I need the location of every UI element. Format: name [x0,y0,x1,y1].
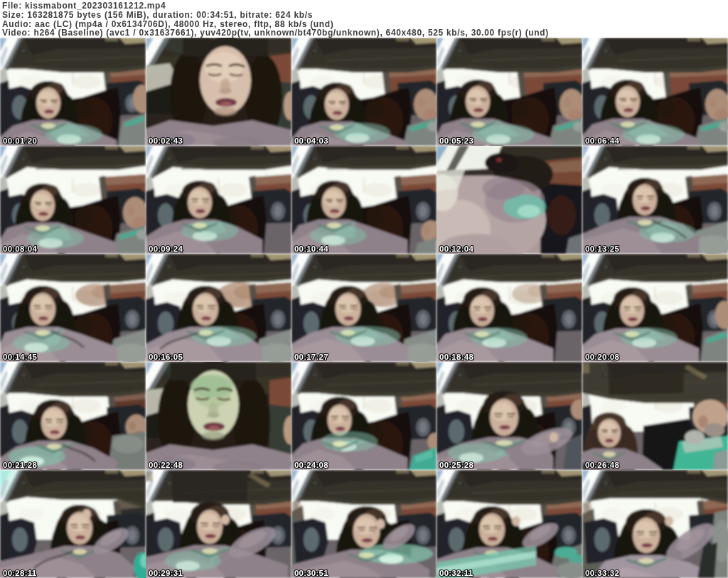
svg-text:00:09:24: 00:09:24 [149,245,183,253]
svg-text:00:32:11: 00:32:11 [439,569,473,577]
svg-text:00:13:25: 00:13:25 [585,245,619,253]
svg-text:00:26:48: 00:26:48 [585,461,619,469]
svg-text:File: kissmabont_202303161212.: File: kissmabont_202303161212.mp4 [2,1,166,11]
svg-text:00:24:08: 00:24:08 [294,461,328,469]
svg-text:Size: 163281875 bytes (156 MiB: Size: 163281875 bytes (156 MiB), duratio… [2,10,313,20]
svg-text:00:04:03: 00:04:03 [294,137,328,145]
svg-text:00:22:48: 00:22:48 [149,461,183,469]
svg-text:00:25:28: 00:25:28 [439,461,473,469]
svg-text:00:05:23: 00:05:23 [439,137,473,145]
svg-text:00:12:04: 00:12:04 [439,245,473,253]
svg-text:00:08:04: 00:08:04 [3,245,37,253]
svg-text:00:21:28: 00:21:28 [3,461,37,469]
svg-text:00:30:51: 00:30:51 [294,569,328,577]
svg-text:00:14:45: 00:14:45 [3,353,37,361]
svg-text:00:20:08: 00:20:08 [585,353,619,361]
svg-text:00:17:27: 00:17:27 [294,353,328,361]
svg-text:Video: h264 (Baseline) (avc1 /: Video: h264 (Baseline) (avc1 / 0x3163766… [2,28,549,38]
svg-text:00:16:05: 00:16:05 [149,353,183,361]
svg-text:00:18:48: 00:18:48 [439,353,473,361]
svg-text:00:33:32: 00:33:32 [585,569,619,577]
svg-text:00:01:20: 00:01:20 [3,137,37,145]
svg-text:00:02:43: 00:02:43 [149,137,183,145]
svg-text:00:29:31: 00:29:31 [149,569,183,577]
svg-text:00:10:44: 00:10:44 [294,245,328,253]
svg-text:00:28:11: 00:28:11 [3,569,37,577]
svg-text:00:06:44: 00:06:44 [585,137,619,145]
